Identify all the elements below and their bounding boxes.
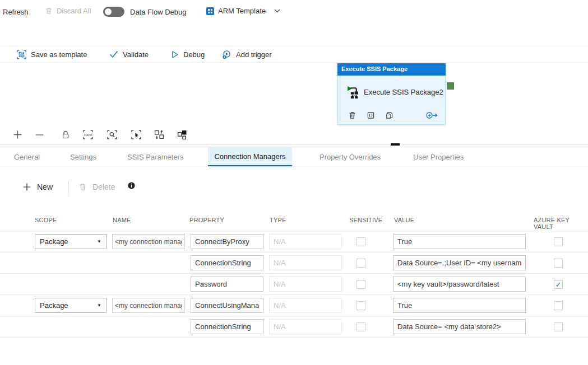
panel-resize-handle[interactable]	[391, 143, 400, 146]
plus-icon	[22, 182, 31, 191]
azure-key-vault-checkbox[interactable]	[554, 237, 563, 246]
tab-general[interactable]: General	[10, 147, 44, 166]
name-input[interactable]	[112, 298, 185, 313]
value-input[interactable]	[393, 255, 526, 270]
zoom-out-icon[interactable]	[35, 134, 44, 136]
azure-key-vault-checkbox[interactable]	[554, 280, 563, 289]
type-input[interactable]	[269, 319, 342, 334]
table-row: ▼	[0, 316, 588, 338]
delete-activity-icon[interactable]	[348, 111, 356, 120]
column-header-property: PROPERTY	[189, 217, 224, 223]
info-icon[interactable]	[128, 182, 135, 189]
zoom-in-icon[interactable]	[13, 130, 22, 139]
activity-node-body: Execute SSIS Package2	[337, 76, 446, 125]
type-input[interactable]	[269, 298, 342, 313]
property-input[interactable]	[191, 277, 263, 292]
arm-template-icon	[206, 7, 214, 15]
type-input[interactable]	[269, 255, 342, 270]
property-input[interactable]	[191, 255, 263, 270]
activity-actions	[348, 111, 438, 120]
caret-down-icon: ▼	[97, 239, 101, 244]
clone-activity-icon[interactable]	[385, 111, 393, 120]
new-label: New	[37, 182, 53, 191]
azure-key-vault-checkbox[interactable]	[554, 301, 563, 310]
minimap-icon[interactable]	[177, 130, 187, 139]
panel-divider	[0, 144, 588, 145]
sensitive-checkbox[interactable]	[356, 280, 365, 289]
name-input[interactable]	[112, 234, 185, 249]
reset-zoom-icon[interactable]: 100%	[83, 130, 93, 139]
trash-icon	[78, 182, 87, 191]
scope-select[interactable]: Package ▼	[35, 234, 107, 249]
scope-select-value: Package	[40, 237, 68, 246]
new-button[interactable]: New	[22, 182, 53, 191]
add-trigger-button[interactable]: Add trigger	[222, 46, 272, 62]
save-as-template-label: Save as template	[31, 50, 87, 59]
value-input[interactable]	[393, 234, 526, 249]
table-row: ▼	[0, 274, 588, 295]
table-row: Package ▼	[0, 231, 588, 252]
ssis-package-icon	[345, 85, 360, 100]
debug-play-icon	[171, 50, 179, 59]
multi-select-icon[interactable]	[131, 130, 141, 139]
scope-select-value: Package	[40, 301, 68, 310]
sensitive-checkbox[interactable]	[356, 259, 365, 268]
validate-button[interactable]: Validate	[109, 46, 149, 62]
type-input[interactable]	[269, 234, 342, 249]
property-input[interactable]	[191, 298, 263, 313]
activity-node-execute-ssis-package[interactable]: Execute SSIS Package Execute SSIS Packag…	[337, 63, 446, 125]
value-input[interactable]	[393, 277, 526, 292]
command-divider	[68, 181, 68, 196]
lock-canvas-icon[interactable]	[61, 130, 70, 139]
discard-all-label: Discard All	[57, 7, 91, 15]
add-trigger-icon	[222, 50, 232, 59]
add-trigger-label: Add trigger	[236, 50, 272, 59]
arm-template-menu[interactable]: ARM Template	[206, 7, 280, 15]
value-input[interactable]	[393, 298, 526, 313]
tab-ssis-parameters[interactable]: SSIS Parameters	[123, 147, 188, 166]
activity-output-port[interactable]	[447, 82, 454, 90]
property-input[interactable]	[191, 319, 263, 334]
arm-template-label: ARM Template	[218, 7, 266, 15]
azure-key-vault-checkbox[interactable]	[554, 322, 563, 331]
data-flow-debug-label: Data Flow Debug	[130, 8, 186, 16]
sensitive-checkbox[interactable]	[356, 301, 365, 310]
data-flow-debug-toggle[interactable]	[103, 7, 124, 17]
property-input[interactable]	[191, 234, 263, 249]
delete-button[interactable]: Delete	[78, 182, 115, 191]
activity-type-header: Execute SSIS Package	[337, 63, 446, 76]
activity-code-icon[interactable]	[367, 111, 375, 120]
pipeline-toolbar: Save as template Validate Debug Add trig…	[0, 46, 588, 63]
column-header-scope: SCOPE	[35, 217, 57, 223]
tab-settings[interactable]: Settings	[66, 147, 101, 166]
trash-icon	[45, 7, 53, 15]
type-input[interactable]	[269, 277, 342, 292]
caret-down-icon: ▼	[97, 303, 101, 308]
validate-label: Validate	[123, 50, 149, 59]
scope-select[interactable]: Package ▼	[35, 298, 107, 313]
connection-managers-table-body: Package ▼ ▼ ▼	[0, 231, 588, 338]
table-row: ▼	[0, 252, 588, 274]
column-header-azure-key-vault: AZURE KEY VAULT	[534, 217, 588, 230]
table-row: Package ▼	[0, 295, 588, 316]
column-header-sensitive: SENSITIVE	[349, 217, 382, 223]
tab-connection-managers[interactable]: Connection Managers	[208, 147, 292, 166]
svg-text:100%: 100%	[84, 133, 92, 137]
auto-align-icon[interactable]	[154, 130, 164, 139]
sensitive-checkbox[interactable]	[356, 322, 365, 331]
discard-all-button[interactable]: Discard All	[45, 7, 91, 15]
activity-name-label: Execute SSIS Package2	[364, 88, 443, 96]
toggle-knob	[105, 8, 112, 15]
tab-property-overrides[interactable]: Property Overrides	[315, 147, 385, 166]
chevron-down-icon	[274, 9, 280, 13]
save-as-template-button[interactable]: Save as template	[17, 46, 87, 62]
tab-user-properties[interactable]: User Properties	[409, 147, 468, 166]
add-next-activity-icon[interactable]	[425, 111, 438, 120]
refresh-button[interactable]: Refresh	[3, 8, 29, 16]
sensitive-checkbox[interactable]	[356, 237, 365, 246]
value-input[interactable]	[393, 319, 526, 334]
debug-button[interactable]: Debug	[171, 46, 205, 62]
azure-key-vault-checkbox[interactable]	[554, 259, 563, 268]
zoom-to-fit-icon[interactable]	[107, 130, 117, 139]
properties-tabs: General Settings SSIS Parameters Connect…	[0, 147, 588, 167]
